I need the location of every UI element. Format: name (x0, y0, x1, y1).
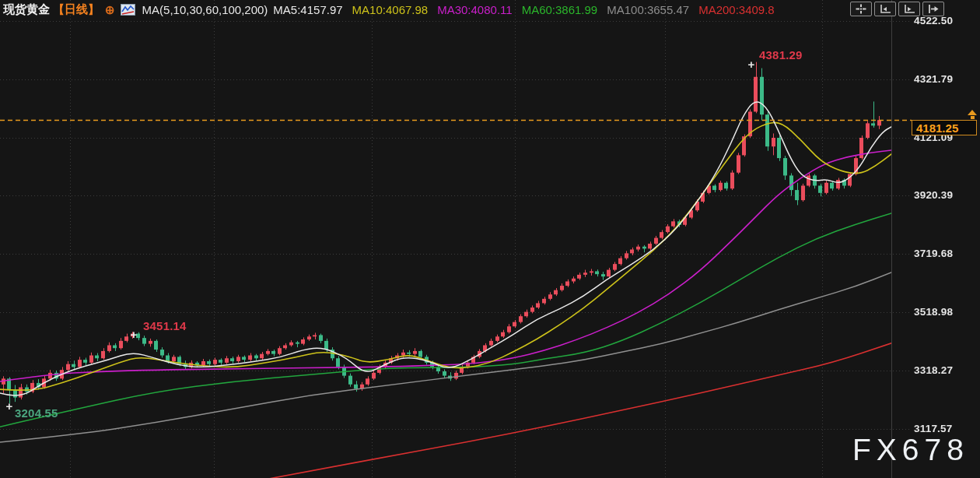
y-axis-label: 4321.79 (914, 73, 976, 85)
price-annotation: 3204.55 (15, 406, 58, 420)
ma-legend-item: MA5:4157.97 (273, 3, 342, 16)
ma-group-label: MA(5,10,30,60,100,200) (142, 3, 268, 16)
y-axis-label: 3920.39 (914, 189, 976, 201)
low-cross-marker: + (6, 399, 13, 413)
last-price-tag: 4181.25 (912, 120, 977, 135)
ma-legend-item: MA60:3861.99 (522, 3, 598, 16)
y-axis-label: 3318.27 (914, 364, 976, 376)
chart-header: 现货黄金 【日线】 ⊕ MA(5,10,30,60,100,200) MA5:4… (3, 2, 775, 17)
ma-legend: MA5:4157.97MA10:4067.98MA30:4080.11MA60:… (273, 3, 774, 16)
candlestick-chart-canvas[interactable] (0, 0, 980, 478)
period-tag: 【日线】 (53, 2, 100, 17)
chart-window: 现货黄金 【日线】 ⊕ MA(5,10,30,60,100,200) MA5:4… (0, 0, 980, 478)
price-annotation: 3451.14 (143, 319, 187, 332)
ma-legend-item: MA200:3409.8 (698, 3, 775, 16)
pan-crosshair-button[interactable] (850, 2, 872, 16)
y-axis-label: 4522.50 (914, 15, 976, 26)
ma-legend-item: MA10:4067.98 (352, 3, 429, 16)
price-annotation: 4381.29 (759, 48, 803, 62)
chart-type-icon[interactable] (121, 4, 135, 16)
price-up-arrow-icon (967, 110, 978, 120)
scale-forward-button[interactable] (898, 2, 920, 16)
last-price-value: 4181.25 (916, 121, 958, 135)
scale-back-button[interactable] (874, 2, 896, 16)
jump-latest-button[interactable] (922, 2, 944, 16)
chart-toolbar (850, 2, 944, 16)
ma-legend-item: MA100:3655.47 (607, 3, 689, 16)
ma-legend-item: MA30:4080.11 (437, 3, 512, 16)
symbol-title: 现货黄金 (3, 2, 50, 17)
y-axis-label: 3518.98 (914, 306, 976, 318)
high-cross-marker: + (748, 58, 755, 71)
watermark: FX678 (852, 433, 969, 467)
y-axis-label: 3719.68 (914, 248, 976, 259)
add-indicator-icon[interactable]: ⊕ (105, 4, 115, 16)
swing-high-cross-marker: + (131, 328, 138, 341)
